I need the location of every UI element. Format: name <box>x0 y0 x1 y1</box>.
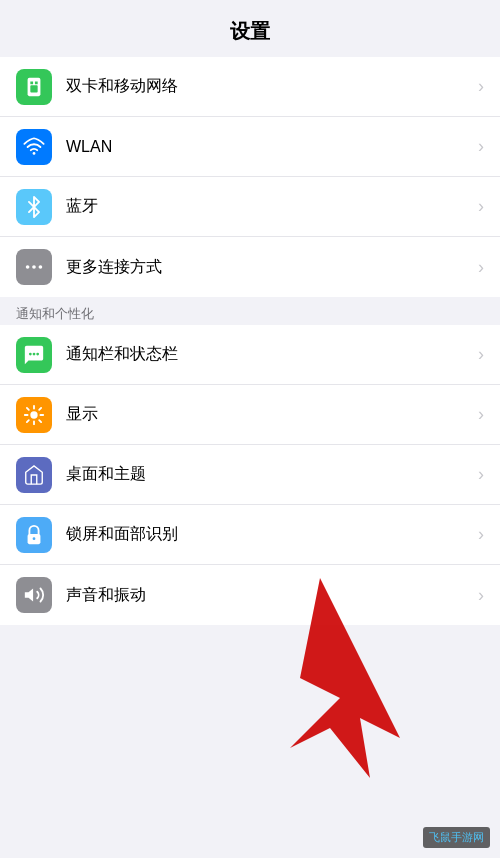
home-icon-wrapper <box>16 457 52 493</box>
desktop-theme-label: 桌面和主题 <box>66 464 478 485</box>
display-icon-wrapper <box>16 397 52 433</box>
svg-line-16 <box>27 407 29 409</box>
more-icon-wrapper <box>16 249 52 285</box>
svg-point-10 <box>36 352 39 355</box>
menu-item-sim-network[interactable]: 双卡和移动网络 › <box>0 57 500 117</box>
svg-point-9 <box>33 352 36 355</box>
svg-marker-22 <box>25 589 33 602</box>
chevron-icon: › <box>478 404 484 425</box>
svg-line-17 <box>39 420 41 422</box>
menu-item-notification-bar[interactable]: 通知栏和状态栏 › <box>0 325 500 385</box>
wlan-label: WLAN <box>66 138 478 156</box>
lock-icon <box>23 524 45 546</box>
notification-icon <box>23 344 45 366</box>
lock-screen-label: 锁屏和面部识别 <box>66 524 478 545</box>
watermark: 飞鼠手游网 <box>423 827 490 848</box>
bluetooth-icon-wrapper <box>16 189 52 225</box>
notification-bar-label: 通知栏和状态栏 <box>66 344 478 365</box>
svg-point-8 <box>29 352 32 355</box>
svg-point-5 <box>26 265 30 269</box>
display-icon <box>23 404 45 426</box>
menu-item-display[interactable]: 显示 › <box>0 385 500 445</box>
watermark-text: 飞鼠手游网 <box>429 831 484 843</box>
home-icon <box>23 464 45 486</box>
menu-item-sound-vibration[interactable]: 声音和振动 › <box>0 565 500 625</box>
wifi-icon-wrapper <box>16 129 52 165</box>
bluetooth-label: 蓝牙 <box>66 196 478 217</box>
more-icon <box>23 256 45 278</box>
chevron-icon: › <box>478 257 484 278</box>
svg-point-6 <box>32 265 36 269</box>
sim-network-label: 双卡和移动网络 <box>66 76 478 97</box>
svg-line-19 <box>27 420 29 422</box>
personalization-section: 通知栏和状态栏 › 显示 › 桌面和主题 <box>0 325 500 625</box>
more-connections-label: 更多连接方式 <box>66 257 478 278</box>
sound-icon-wrapper <box>16 577 52 613</box>
connectivity-section: 双卡和移动网络 › WLAN › 蓝牙 › <box>0 57 500 297</box>
display-label: 显示 <box>66 404 478 425</box>
bluetooth-icon <box>23 196 45 218</box>
sound-vibration-label: 声音和振动 <box>66 585 478 606</box>
sound-icon <box>23 584 45 606</box>
svg-rect-2 <box>35 81 38 84</box>
sim-icon <box>23 76 45 98</box>
section-divider: 通知和个性化 <box>0 297 500 325</box>
lock-icon-wrapper <box>16 517 52 553</box>
svg-point-21 <box>33 537 36 540</box>
page-title: 设置 <box>16 18 484 45</box>
wifi-icon <box>23 136 45 158</box>
svg-rect-3 <box>30 85 37 92</box>
chevron-icon: › <box>478 524 484 545</box>
menu-item-more-connections[interactable]: 更多连接方式 › <box>0 237 500 297</box>
page-header: 设置 <box>0 0 500 57</box>
chevron-icon: › <box>478 196 484 217</box>
menu-item-bluetooth[interactable]: 蓝牙 › <box>0 177 500 237</box>
svg-point-7 <box>39 265 43 269</box>
chevron-icon: › <box>478 464 484 485</box>
chevron-icon: › <box>478 344 484 365</box>
svg-line-18 <box>39 407 41 409</box>
menu-item-desktop-theme[interactable]: 桌面和主题 › <box>0 445 500 505</box>
chevron-icon: › <box>478 136 484 157</box>
chevron-icon: › <box>478 585 484 606</box>
svg-point-11 <box>30 411 37 418</box>
chevron-icon: › <box>478 76 484 97</box>
svg-point-4 <box>33 152 36 155</box>
svg-rect-1 <box>30 81 33 84</box>
notification-icon-wrapper <box>16 337 52 373</box>
menu-item-lock-screen[interactable]: 锁屏和面部识别 › <box>0 505 500 565</box>
menu-item-wlan[interactable]: WLAN › <box>0 117 500 177</box>
sim-icon-wrapper <box>16 69 52 105</box>
